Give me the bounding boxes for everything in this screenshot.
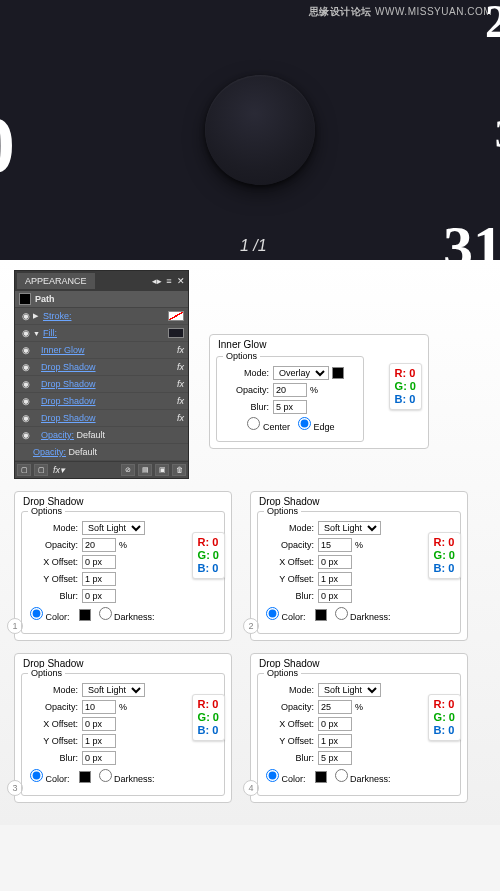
panel-collapse-icon[interactable]: ◂▸ [152, 276, 162, 286]
visibility-toggle[interactable]: ◉ [19, 430, 33, 440]
effect-label[interactable]: Drop Shadow [41, 413, 177, 423]
fill-row[interactable]: ◉ ▼ Fill: [15, 325, 188, 342]
stroke-row[interactable]: ◉ ▶ Stroke: [15, 308, 188, 325]
fx-menu-icon[interactable]: fx▾ [53, 465, 65, 475]
fill-swatch[interactable] [168, 328, 184, 338]
panel-tabbar[interactable]: APPEARANCE ◂▸ ≡ ✕ [15, 271, 188, 291]
xoffset-input[interactable] [318, 717, 352, 731]
path-swatch [19, 293, 31, 305]
effect-row[interactable]: ◉ Drop Shadow fx [15, 376, 188, 393]
opacity-input[interactable] [318, 700, 352, 714]
darkness-radio[interactable]: Darkness: [335, 769, 391, 784]
xoffset-label: X Offset: [266, 557, 314, 567]
yoffset-label: Y Offset: [266, 736, 314, 746]
options-group: Options Mode: Overlay Opacity: % Blur: C… [216, 356, 364, 442]
fx-icon[interactable]: fx [177, 345, 184, 355]
fx-icon[interactable]: fx [177, 362, 184, 372]
yoffset-input[interactable] [318, 734, 352, 748]
effect-label[interactable]: Drop Shadow [41, 362, 177, 372]
blur-input[interactable] [273, 400, 307, 414]
mode-select[interactable]: Soft Light [318, 521, 381, 535]
ruler-glyph-31: 31 [443, 213, 500, 260]
color-radio[interactable]: Color: [266, 769, 306, 784]
fill-label[interactable]: Fill: [43, 328, 165, 338]
trash-icon[interactable]: 🗑 [172, 464, 186, 476]
percent-label: % [119, 540, 127, 550]
xoffset-input[interactable] [318, 555, 352, 569]
effect-label[interactable]: Drop Shadow [41, 396, 177, 406]
clear-icon[interactable]: ▢ [34, 464, 48, 476]
blur-input[interactable] [318, 589, 352, 603]
percent-label: % [355, 540, 363, 550]
effect-row[interactable]: ◉ Inner Glow fx [15, 342, 188, 359]
color-radio[interactable]: Color: [30, 769, 70, 784]
disclosure-icon[interactable]: ▼ [33, 330, 43, 337]
blur-input[interactable] [82, 751, 116, 765]
fx-icon[interactable]: fx [177, 396, 184, 406]
effect-row[interactable]: ◉ Drop Shadow fx [15, 393, 188, 410]
fx-icon[interactable]: fx [177, 379, 184, 389]
panel-close-icon[interactable]: ✕ [176, 276, 186, 286]
visibility-toggle[interactable]: ◉ [19, 379, 33, 389]
effect-label[interactable]: Inner Glow [41, 345, 177, 355]
new-appearance-icon[interactable]: ▢ [17, 464, 31, 476]
blur-label: Blur: [30, 591, 78, 601]
visibility-toggle[interactable]: ◉ [19, 345, 33, 355]
color-swatch[interactable] [315, 771, 327, 783]
blur-input[interactable] [82, 589, 116, 603]
appearance-panel[interactable]: APPEARANCE ◂▸ ≡ ✕ Path ◉ ▶ Stroke: ◉ ▼ F… [14, 270, 189, 479]
center-radio[interactable]: Center [247, 417, 290, 432]
opacity-label[interactable]: Opacity: [41, 430, 74, 440]
color-swatch[interactable] [332, 367, 344, 379]
xoffset-input[interactable] [82, 555, 116, 569]
visibility-toggle[interactable]: ◉ [19, 396, 33, 406]
opacity-row[interactable]: ◉ Opacity: Default [15, 427, 188, 444]
yoffset-input[interactable] [82, 572, 116, 586]
xoffset-input[interactable] [82, 717, 116, 731]
appearance-path-header[interactable]: Path [15, 291, 188, 308]
visibility-toggle[interactable]: ◉ [19, 311, 33, 321]
mode-select[interactable]: Soft Light [82, 683, 145, 697]
color-radio[interactable]: Color: [30, 607, 70, 622]
opacity-row[interactable]: Opacity: Default [15, 444, 188, 461]
effect-label[interactable]: Drop Shadow [41, 379, 177, 389]
mode-label: Mode: [266, 685, 314, 695]
darkness-radio[interactable]: Darkness: [99, 607, 155, 622]
darkness-radio[interactable]: Darkness: [335, 607, 391, 622]
options-legend: Options [223, 351, 260, 361]
clear-appearance-icon[interactable]: ⊘ [121, 464, 135, 476]
opacity-input[interactable] [82, 700, 116, 714]
panel-menu-icon[interactable]: ≡ [164, 276, 174, 286]
yoffset-input[interactable] [82, 734, 116, 748]
appearance-tab[interactable]: APPEARANCE [17, 273, 95, 289]
color-swatch[interactable] [79, 771, 91, 783]
new-icon[interactable]: ▣ [155, 464, 169, 476]
mode-select[interactable]: Overlay [273, 366, 329, 380]
yoffset-input[interactable] [318, 572, 352, 586]
edge-radio[interactable]: Edge [298, 417, 335, 432]
effect-row[interactable]: ◉ Drop Shadow fx [15, 359, 188, 376]
watermark: 思缘设计论坛 WWW.MISSYUAN.COM [309, 5, 492, 19]
yoffset-label: Y Offset: [30, 736, 78, 746]
visibility-toggle[interactable]: ◉ [19, 328, 33, 338]
yoffset-label: Y Offset: [266, 574, 314, 584]
fx-icon[interactable]: fx [177, 413, 184, 423]
color-swatch[interactable] [79, 609, 91, 621]
color-swatch[interactable] [315, 609, 327, 621]
mode-select[interactable]: Soft Light [82, 521, 145, 535]
mode-select[interactable]: Soft Light [318, 683, 381, 697]
visibility-toggle[interactable]: ◉ [19, 362, 33, 372]
color-radio[interactable]: Color: [266, 607, 306, 622]
darkness-radio[interactable]: Darkness: [99, 769, 155, 784]
effect-row[interactable]: ◉ Drop Shadow fx [15, 410, 188, 427]
opacity-input[interactable] [82, 538, 116, 552]
visibility-toggle[interactable]: ◉ [19, 413, 33, 423]
opacity-label[interactable]: Opacity: [33, 447, 66, 457]
duplicate-icon[interactable]: ▤ [138, 464, 152, 476]
stroke-swatch[interactable] [168, 311, 184, 321]
opacity-input[interactable] [273, 383, 307, 397]
opacity-input[interactable] [318, 538, 352, 552]
disclosure-icon[interactable]: ▶ [33, 312, 43, 320]
blur-input[interactable] [318, 751, 352, 765]
stroke-label[interactable]: Stroke: [43, 311, 165, 321]
